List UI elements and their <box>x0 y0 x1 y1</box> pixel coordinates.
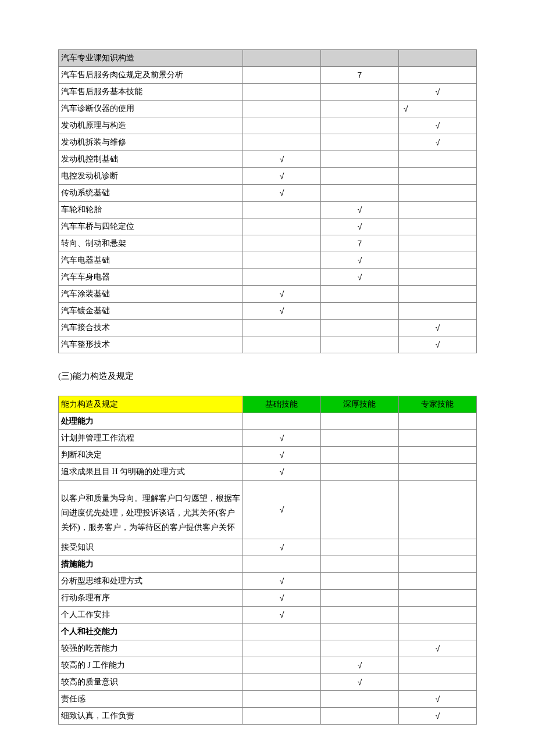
row-c2 <box>320 690 398 707</box>
table1-header-label: 汽车专业课知识构造 <box>59 50 243 67</box>
row-label: 汽车售后服务肉位规定及前景分析 <box>59 67 243 84</box>
row-c3: √ <box>398 134 476 151</box>
row-c3 <box>398 606 476 623</box>
table2-header-c2: 深厚技能 <box>320 396 398 413</box>
table-row: 转向、制动和悬架7 <box>59 235 477 252</box>
row-label: 责任感 <box>59 690 243 707</box>
table-row: 汽车车身电器√ <box>59 269 477 286</box>
row-c2 <box>320 707 398 724</box>
row-c3 <box>398 202 476 218</box>
row-c3: √ <box>398 707 476 724</box>
row-c1 <box>243 117 321 134</box>
row-c3 <box>398 623 476 640</box>
row-label: 汽车电器基础 <box>59 252 243 269</box>
row-c1: √ <box>243 606 321 623</box>
row-c3 <box>398 252 476 269</box>
row-label: 电控发动机诊断 <box>59 168 243 185</box>
row-c2 <box>320 556 398 572</box>
row-c1 <box>243 134 321 151</box>
row-label: 汽车镀金基础 <box>59 303 243 320</box>
row-label: 计划并管理工作流程 <box>59 430 243 447</box>
row-label: 判断和决定 <box>59 447 243 464</box>
row-c2 <box>320 168 398 185</box>
row-label: 行动条理有序 <box>59 589 243 606</box>
row-label: 汽车整形技术 <box>59 336 243 353</box>
row-label: 个人工作安排 <box>59 606 243 623</box>
table-row: 汽车售后服务基本技能√ <box>59 84 477 101</box>
row-c3: √ <box>398 101 476 117</box>
row-c1: √ <box>243 185 321 202</box>
row-c2: √ <box>320 269 398 286</box>
table-row: 个人工作安排√ <box>59 606 477 623</box>
table-row: 较强的吃苦能力√ <box>59 640 477 657</box>
row-c2: 7 <box>320 67 398 84</box>
row-c3: √ <box>398 84 476 101</box>
row-c2 <box>320 623 398 640</box>
row-label: 较强的吃苦能力 <box>59 640 243 657</box>
table-row: 发动机控制基础√ <box>59 151 477 168</box>
row-c2: √ <box>320 673 398 690</box>
row-c1: √ <box>243 572 321 589</box>
row-c2 <box>320 413 398 430</box>
table-row: 较高的 J 工作能力√ <box>59 657 477 673</box>
row-label: 较高的 J 工作能力 <box>59 657 243 673</box>
row-label: 分析型思维和处理方式 <box>59 572 243 589</box>
row-c3 <box>398 673 476 690</box>
row-c1: √ <box>243 303 321 320</box>
row-c2 <box>320 447 398 464</box>
table1-header-row: 汽车专业课知识构造 <box>59 50 477 67</box>
row-c1 <box>243 218 321 235</box>
row-c1 <box>243 202 321 218</box>
row-c1 <box>243 673 321 690</box>
table-row: 接受知识√ <box>59 539 477 556</box>
row-c2: √ <box>320 657 398 673</box>
row-c1 <box>243 413 321 430</box>
table-row: 较高的质量意识√ <box>59 673 477 690</box>
row-c1: √ <box>243 539 321 556</box>
row-label: 以客户和质量为导向。理解客户口匀愿望，根据车间进度优先处理，处理投诉谈话，尤其关… <box>59 481 243 539</box>
row-c1: √ <box>243 168 321 185</box>
table-row: 汽车售后服务肉位规定及前景分析7 <box>59 67 477 84</box>
row-c2 <box>320 84 398 101</box>
row-c3: √ <box>398 336 476 353</box>
table-row: 汽车涂装基础√ <box>59 286 477 303</box>
table-row: 汽车诊断仪器的使用√ <box>59 101 477 117</box>
table1-header-c3 <box>398 50 476 67</box>
row-c2: √ <box>320 202 398 218</box>
row-c3 <box>398 539 476 556</box>
row-c1 <box>243 640 321 657</box>
table-row: 行动条理有序√ <box>59 589 477 606</box>
row-c2 <box>320 151 398 168</box>
row-c3 <box>398 464 476 481</box>
row-label: 接受知识 <box>59 539 243 556</box>
row-label: 车轮和轮胎 <box>59 202 243 218</box>
table-row: 汽车电器基础√ <box>59 252 477 269</box>
row-c2 <box>320 640 398 657</box>
row-label: 细致认真，工作负责 <box>59 707 243 724</box>
row-c3: √ <box>398 690 476 707</box>
table-row: 以客户和质量为导向。理解客户口匀愿望，根据车间进度优先处理，处理投诉谈话，尤其关… <box>59 481 477 539</box>
row-c1: √ <box>243 481 321 539</box>
table-row: 发动机原理与构造√ <box>59 117 477 134</box>
row-c3 <box>398 151 476 168</box>
row-c1 <box>243 320 321 336</box>
knowledge-structure-table: 汽车专业课知识构造 汽车售后服务肉位规定及前景分析7汽车售后服务基本技能√汽车诊… <box>58 49 477 353</box>
row-label: 汽车车桥与四轮定位 <box>59 218 243 235</box>
row-c3 <box>398 481 476 539</box>
row-c1: √ <box>243 286 321 303</box>
row-c2 <box>320 481 398 539</box>
row-c2: √ <box>320 252 398 269</box>
row-c2 <box>320 464 398 481</box>
table-row: 汽车接合技术√ <box>59 320 477 336</box>
table2-header-label: 能力构造及规定 <box>59 396 243 413</box>
row-c3 <box>398 447 476 464</box>
table-row: 汽车车桥与四轮定位√ <box>59 218 477 235</box>
row-c1 <box>243 252 321 269</box>
row-c1 <box>243 269 321 286</box>
table2-header-c1: 基础技能 <box>243 396 321 413</box>
row-c2 <box>320 185 398 202</box>
table-row: 措施能力 <box>59 556 477 572</box>
row-c2 <box>320 320 398 336</box>
table-row: 传动系统基础√ <box>59 185 477 202</box>
row-c1: √ <box>243 447 321 464</box>
